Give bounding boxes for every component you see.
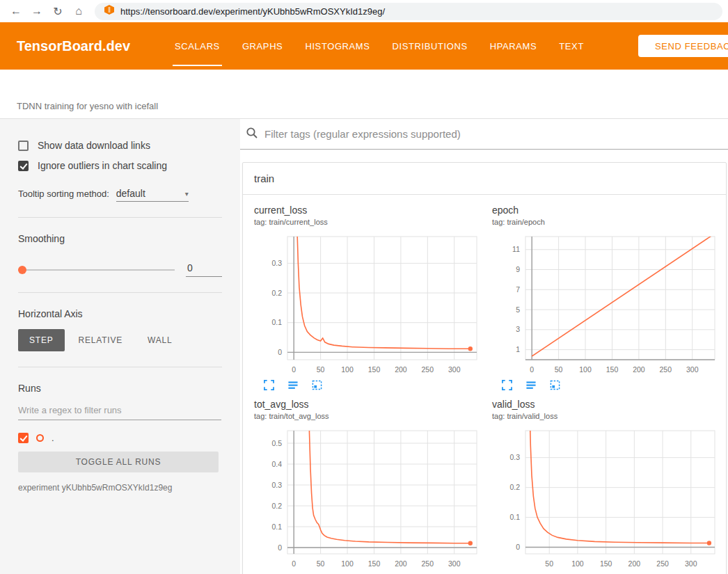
chart-grid: current_losstag: train/current_loss05010… — [243, 195, 726, 574]
back-icon[interactable]: ← — [6, 5, 26, 17]
train-group-card: train current_losstag: train/current_los… — [242, 162, 727, 574]
svg-text:200: 200 — [633, 365, 645, 374]
main-panel: train current_losstag: train/current_los… — [240, 119, 728, 574]
svg-text:5: 5 — [516, 305, 520, 314]
show-download-links-checkbox[interactable] — [18, 141, 29, 151]
toggle-all-runs-button[interactable]: TOGGLE ALL RUNS — [18, 452, 219, 472]
svg-text:250: 250 — [656, 559, 669, 568]
svg-text:0: 0 — [278, 543, 282, 552]
run-checkbox[interactable] — [18, 433, 29, 443]
tag-filter-row — [240, 119, 728, 150]
svg-text:0.1: 0.1 — [271, 523, 282, 531]
group-header-train[interactable]: train — [243, 163, 726, 195]
ignore-outliers-checkbox[interactable] — [18, 161, 29, 171]
axis-wall-button[interactable]: WALL — [136, 329, 183, 351]
chart-tag: tag: train/tot_avg_loss — [254, 412, 492, 420]
fit-domain-icon[interactable] — [312, 380, 322, 390]
experiment-id: experiment yKUbhb5wRmOSXYkId1z9eg — [18, 483, 222, 493]
tooltip-sorting-dropdown[interactable]: default ▾ — [116, 188, 189, 202]
run-name: . — [52, 433, 54, 443]
svg-text:250: 250 — [422, 365, 434, 374]
tooltip-sorting-label: Tooltip sorting method: — [18, 189, 109, 199]
runs-label: Runs — [18, 383, 222, 394]
svg-text:100: 100 — [571, 559, 584, 568]
svg-text:100: 100 — [341, 559, 354, 568]
header-tabs: SCALARS GRAPHS HISTOGRAMS DISTRIBUTIONS … — [164, 22, 595, 70]
svg-text:0: 0 — [278, 348, 282, 356]
svg-text:200: 200 — [395, 559, 407, 568]
chart-epoch: epochtag: train/epoch0501001502002503001… — [492, 205, 728, 390]
tab-hparams[interactable]: HPARAMS — [479, 22, 548, 70]
forward-icon[interactable]: → — [26, 5, 47, 17]
tab-text[interactable]: TEXT — [548, 22, 595, 70]
svg-text:0.2: 0.2 — [271, 289, 282, 297]
tooltip-sorting-value: default — [116, 188, 145, 199]
experiment-description: TDNN training for yesno with icefall — [17, 101, 158, 111]
svg-text:0: 0 — [292, 365, 296, 374]
chart-toolbar — [492, 380, 728, 390]
tab-distributions[interactable]: DISTRIBUTIONS — [381, 22, 479, 70]
smoothing-value-input[interactable] — [186, 262, 222, 277]
svg-text:50: 50 — [545, 559, 553, 568]
tab-scalars[interactable]: SCALARS — [164, 22, 231, 70]
show-download-links-row[interactable]: Show data download links — [18, 140, 222, 151]
svg-text:100: 100 — [579, 365, 592, 374]
chart-title: current_loss — [254, 205, 492, 216]
search-icon — [246, 127, 258, 142]
svg-text:300: 300 — [685, 559, 697, 568]
chart-canvas[interactable]: 05010015020025030000.10.20.3 — [254, 232, 484, 378]
svg-text:300: 300 — [448, 365, 461, 374]
chart-valid_loss: valid_losstag: train/valid_loss501001502… — [492, 399, 728, 574]
axis-relative-button[interactable]: RELATIVE — [68, 329, 134, 351]
chart-canvas[interactable]: 5010015020025030000.10.20.3 — [492, 426, 722, 572]
axis-step-button[interactable]: STEP — [18, 329, 65, 351]
svg-text:1: 1 — [516, 345, 520, 353]
divider — [18, 217, 222, 218]
svg-text:200: 200 — [395, 365, 407, 374]
svg-text:0: 0 — [530, 365, 534, 374]
svg-text:150: 150 — [600, 559, 612, 568]
address-bar[interactable]: https://tensorboard.dev/experiment/yKUbh… — [95, 3, 722, 20]
experiment-description-band: TDNN training for yesno with icefall — [0, 70, 728, 118]
smoothing-label: Smoothing — [18, 233, 222, 244]
smoothing-slider-thumb[interactable] — [18, 266, 26, 274]
chart-title: tot_avg_loss — [254, 399, 492, 410]
svg-text:11: 11 — [512, 245, 520, 253]
chart-canvas[interactable]: 05010015020025030000.10.20.30.40.5 — [254, 426, 484, 572]
svg-text:150: 150 — [606, 365, 619, 374]
horizontal-axis-buttons: STEP RELATIVE WALL — [18, 329, 222, 351]
run-color-swatch-icon — [36, 434, 44, 442]
tab-histograms[interactable]: HISTOGRAMS — [294, 22, 381, 70]
tab-graphs[interactable]: GRAPHS — [231, 22, 294, 70]
svg-text:0.2: 0.2 — [509, 483, 520, 491]
show-download-links-label: Show data download links — [38, 140, 150, 151]
chart-tag: tag: train/current_loss — [254, 218, 492, 226]
runs-selector-icon[interactable] — [287, 380, 299, 390]
expand-chart-icon[interactable] — [502, 380, 512, 390]
svg-text:0: 0 — [292, 559, 296, 568]
smoothing-slider[interactable] — [18, 269, 175, 271]
tag-filter-input[interactable] — [264, 128, 725, 140]
svg-text:150: 150 — [368, 365, 381, 374]
home-icon[interactable]: ⌂ — [68, 5, 89, 17]
send-feedback-button[interactable]: SEND FEEDBACK — [638, 35, 728, 57]
svg-text:0.3: 0.3 — [271, 481, 282, 489]
ignore-outliers-label: Ignore outliers in chart scaling — [38, 160, 167, 171]
svg-text:0.2: 0.2 — [271, 502, 282, 510]
fit-domain-icon[interactable] — [550, 380, 560, 390]
runs-filter-input[interactable] — [18, 405, 221, 420]
svg-text:300: 300 — [448, 559, 461, 568]
run-row[interactable]: . — [18, 433, 222, 443]
svg-text:3: 3 — [516, 325, 520, 333]
chart-title: epoch — [492, 205, 728, 216]
ignore-outliers-row[interactable]: Ignore outliers in chart scaling — [18, 160, 222, 171]
svg-text:50: 50 — [317, 559, 325, 568]
svg-text:0.1: 0.1 — [271, 318, 282, 326]
chart-canvas[interactable]: 0501001502002503001357911 — [492, 232, 722, 378]
reload-icon[interactable]: ↻ — [47, 5, 68, 18]
runs-selector-icon[interactable] — [525, 380, 537, 390]
expand-chart-icon[interactable] — [264, 380, 274, 390]
svg-text:0.4: 0.4 — [271, 460, 282, 468]
divider — [18, 367, 222, 367]
chart-tot_avg_loss: tot_avg_losstag: train/tot_avg_loss05010… — [254, 399, 492, 574]
